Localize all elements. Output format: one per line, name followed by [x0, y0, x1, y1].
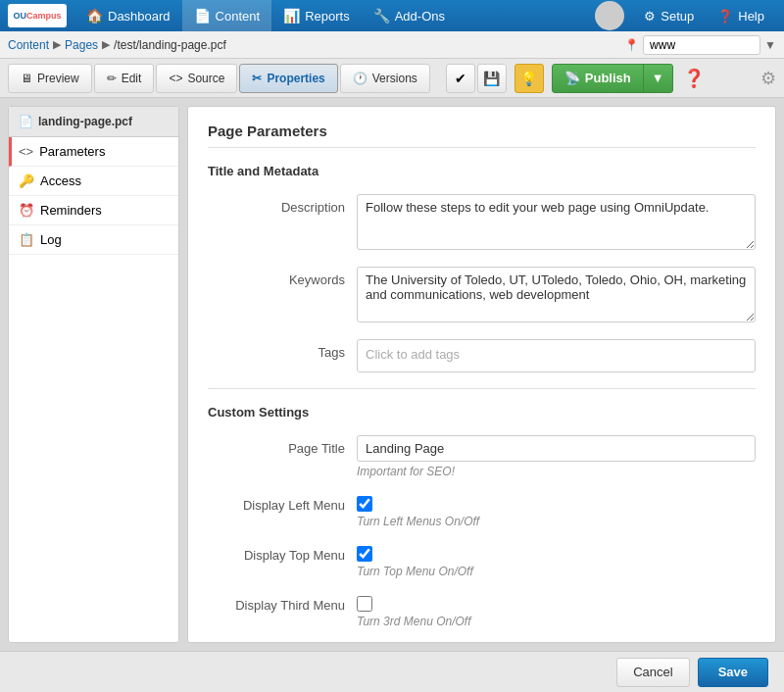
display-left-menu-hint: Turn Left Menus On/Off: [357, 515, 756, 528]
display-top-menu-hint: Turn Top Menu On/Off: [357, 565, 756, 578]
page-title-control: Important for SEO!: [357, 435, 756, 478]
content-icon: 📄: [194, 8, 211, 24]
url-field[interactable]: [643, 35, 760, 55]
nav-dashboard[interactable]: 🏠 Dashboard: [74, 0, 182, 31]
publish-icon: 📡: [564, 71, 580, 85]
breadcrumb-pages[interactable]: Pages: [65, 38, 98, 52]
tags-label: Tags: [208, 339, 345, 360]
content-area: Page Parameters Title and Metadata Descr…: [187, 106, 776, 643]
versions-icon: 🕐: [353, 72, 368, 85]
location-icon: 📍: [624, 38, 639, 52]
sidebar: 📄 landing-page.pcf <> Parameters 🔑 Acces…: [8, 106, 179, 643]
user-avatar[interactable]: [595, 1, 624, 30]
description-textarea[interactable]: Follow these steps to edit your web page…: [357, 194, 756, 250]
footer: Cancel Save: [0, 651, 784, 692]
display-top-menu-label: Display Top Menu: [208, 542, 345, 563]
sidebar-item-log[interactable]: 📋 Log: [9, 225, 178, 255]
display-third-menu-row: Display Third Menu Turn 3rd Menu On/Off: [208, 592, 756, 628]
sidebar-item-parameters[interactable]: <> Parameters: [9, 137, 178, 167]
breadcrumb-file: /test/landing-page.pcf: [114, 38, 226, 52]
sidebar-filename: 📄 landing-page.pcf: [9, 107, 178, 137]
properties-button[interactable]: ✂ Properties: [239, 64, 337, 93]
page-title-label: Page Title: [208, 435, 345, 456]
reports-icon: 📊: [283, 8, 300, 24]
display-top-menu-row: Display Top Menu Turn Top Menu On/Off: [208, 542, 756, 578]
display-left-menu-checkbox[interactable]: [357, 496, 372, 512]
nav-reports[interactable]: 📊 Reports: [271, 0, 362, 31]
tags-input[interactable]: Click to add tags: [357, 339, 756, 372]
panel-settings-icon[interactable]: ⚙: [760, 68, 776, 89]
display-third-menu-hint: Turn 3rd Menu On/Off: [357, 615, 756, 628]
help-circle-button[interactable]: ❓: [679, 64, 709, 93]
save-draft-button[interactable]: 💾: [477, 64, 507, 93]
display-left-menu-label: Display Left Menu: [208, 492, 345, 513]
toolbar: 🖥 Preview ✏ Edit <> Source ✂ Properties …: [0, 59, 784, 98]
nav-addons[interactable]: 🔧 Add-Ons: [362, 0, 457, 31]
title-metadata-subtitle: Title and Metadata: [208, 164, 756, 182]
divider: [208, 388, 756, 389]
sidebar-item-access[interactable]: 🔑 Access: [9, 167, 178, 196]
tags-row: Tags Click to add tags: [208, 339, 756, 372]
publish-button-group: 📡 Publish ▼: [552, 64, 673, 93]
display-third-menu-label: Display Third Menu: [208, 592, 345, 613]
home-icon: 🏠: [86, 8, 103, 24]
display-third-menu-checkbox[interactable]: [357, 596, 372, 612]
edit-icon: ✏: [107, 72, 117, 85]
app-logo: OUCampus: [8, 4, 67, 27]
source-icon: <>: [169, 72, 182, 85]
check-button[interactable]: ✔: [446, 64, 475, 93]
page-title-hint: Important for SEO!: [357, 465, 756, 478]
publish-dropdown-button[interactable]: ▼: [644, 65, 672, 92]
page-title-row: Page Title Important for SEO!: [208, 435, 756, 478]
description-row: Description Follow these steps to edit y…: [208, 194, 756, 253]
cancel-button[interactable]: Cancel: [616, 658, 689, 687]
log-icon: 📋: [19, 232, 34, 247]
breadcrumb-content[interactable]: Content: [8, 38, 49, 52]
keywords-control: The University of Toledo, UT, UToledo, T…: [357, 267, 756, 325]
reminders-icon: ⏰: [19, 203, 34, 218]
properties-icon: ✂: [252, 72, 262, 85]
main-layout: 📄 landing-page.pcf <> Parameters 🔑 Acces…: [0, 98, 784, 651]
url-dropdown-icon[interactable]: ▼: [764, 38, 776, 52]
publish-main-button[interactable]: 📡 Publish: [553, 65, 644, 92]
top-navigation: OUCampus 🏠 Dashboard 📄 Content 📊 Reports…: [0, 0, 784, 31]
addons-icon: 🔧: [373, 8, 390, 24]
help-icon: ❓: [717, 9, 733, 24]
description-control: Follow these steps to edit your web page…: [357, 194, 756, 253]
display-top-menu-control: Turn Top Menu On/Off: [357, 542, 756, 578]
page-parameters-title: Page Parameters: [208, 123, 756, 148]
save-button[interactable]: Save: [698, 658, 768, 687]
custom-settings-subtitle: Custom Settings: [208, 405, 756, 423]
keywords-row: Keywords The University of Toledo, UT, U…: [208, 267, 756, 325]
breadcrumb: Content ▶ Pages ▶ /test/landing-page.pcf…: [0, 31, 784, 59]
edit-button[interactable]: ✏ Edit: [94, 64, 155, 93]
preview-icon: 🖥: [21, 72, 32, 85]
description-label: Description: [208, 194, 345, 215]
setup-icon: ⚙: [644, 9, 656, 24]
page-title-input[interactable]: [357, 435, 756, 462]
display-left-menu-control: Turn Left Menus On/Off: [357, 492, 756, 528]
nav-help[interactable]: ❓ Help: [706, 0, 776, 31]
keywords-label: Keywords: [208, 267, 345, 287]
nav-content[interactable]: 📄 Content: [182, 0, 272, 31]
file-icon: 📄: [19, 115, 33, 128]
keywords-textarea[interactable]: The University of Toledo, UT, UToledo, T…: [357, 267, 756, 322]
display-top-menu-checkbox[interactable]: [357, 546, 372, 562]
versions-button[interactable]: 🕐 Versions: [340, 64, 430, 93]
preview-button[interactable]: 🖥 Preview: [8, 64, 92, 93]
parameters-icon: <>: [19, 144, 33, 159]
source-button[interactable]: <> Source: [156, 64, 237, 93]
sidebar-item-reminders[interactable]: ⏰ Reminders: [9, 196, 178, 225]
access-icon: 🔑: [19, 173, 34, 188]
nav-setup[interactable]: ⚙ Setup: [632, 0, 706, 31]
tags-control: Click to add tags: [357, 339, 756, 372]
display-third-menu-control: Turn 3rd Menu On/Off: [357, 592, 756, 628]
lightbulb-button[interactable]: 💡: [514, 64, 544, 93]
display-left-menu-row: Display Left Menu Turn Left Menus On/Off: [208, 492, 756, 528]
